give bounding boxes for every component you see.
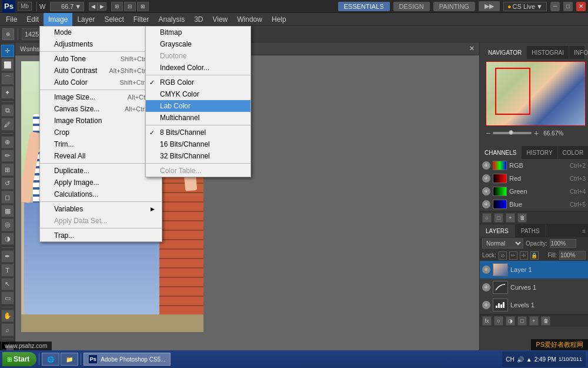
menu-image[interactable]: Image	[44, 13, 72, 26]
navigator-tab[interactable]: NAVIGATOR	[483, 46, 527, 59]
menu-calculations-item[interactable]: Calculations...	[40, 188, 162, 200]
lock-transparency-icon[interactable]: ⊘	[499, 251, 507, 260]
window-maximize-btn[interactable]: □	[563, 2, 573, 11]
lock-position-icon[interactable]: ✛	[520, 251, 528, 260]
menu-window[interactable]: Window	[232, 13, 267, 26]
clone-stamp-tool[interactable]: ⊞	[1, 163, 14, 175]
dodge-tool[interactable]: ◑	[1, 233, 14, 245]
paths-tab[interactable]: PATHS	[515, 224, 546, 237]
nav-icon-1[interactable]: ⊞	[111, 2, 123, 11]
start-button[interactable]: ⊞ Start	[2, 352, 36, 366]
healing-brush-tool[interactable]: ⊕	[1, 136, 14, 148]
menu-variables-item[interactable]: Variables ▶	[40, 203, 162, 215]
menu-help[interactable]: Help	[267, 13, 291, 26]
layers-panel-menu[interactable]: ≡	[582, 228, 586, 234]
menu-applyimage-item[interactable]: Apply Image...	[40, 177, 162, 188]
fill-input[interactable]	[559, 251, 586, 260]
move-tool[interactable]: ✛	[1, 45, 14, 57]
menu-file[interactable]: File	[1, 13, 22, 26]
channel-eye-green[interactable]: 👁	[482, 187, 490, 195]
cs-live-btn[interactable]: ● CS Live ▼	[503, 2, 547, 11]
window-minimize-btn[interactable]: ─	[550, 2, 560, 11]
path-select-tool[interactable]: ↖	[1, 278, 14, 290]
opacity-input[interactable]	[550, 239, 576, 248]
zoom-in-icon[interactable]: +	[534, 128, 539, 138]
mode-grayscale-item[interactable]: Grayscale	[146, 38, 250, 50]
menu-trap-item[interactable]: Trap...	[40, 230, 162, 241]
mode-8bit-item[interactable]: ✓ 8 Bits/Channel	[146, 127, 250, 138]
more-tab[interactable]: ▶▶	[479, 1, 500, 11]
channel-row-rgb[interactable]: 👁 RGB Ctrl+2	[480, 159, 588, 172]
channels-load-btn[interactable]: ○	[482, 213, 492, 223]
layer-eye-1[interactable]: 👁	[482, 266, 490, 274]
nav-icon-3[interactable]: ⊠	[137, 2, 149, 11]
menu-crop-item[interactable]: Crop	[40, 127, 162, 138]
layer-fx-btn[interactable]: fx	[482, 316, 492, 326]
canvas-close-btn[interactable]: ✕	[469, 45, 475, 52]
channel-eye-blue[interactable]: 👁	[482, 200, 490, 208]
nav-icon-2[interactable]: ⊟	[124, 2, 136, 11]
menu-autocolor-item[interactable]: Auto Color Shift+Ctrl+B	[40, 77, 162, 88]
eraser-tool[interactable]: ◻	[1, 191, 14, 203]
layers-tab[interactable]: LAYERS	[480, 224, 515, 237]
text-tool[interactable]: T	[1, 264, 14, 276]
menu-canvassize-item[interactable]: Canvas Size... Alt+Ctrl+C	[40, 103, 162, 115]
mode-cmyk-item[interactable]: CMYK Color	[146, 88, 250, 100]
pen-tool[interactable]: ✒	[1, 250, 14, 263]
essentials-tab[interactable]: ESSENTIALS	[338, 2, 390, 11]
menu-duplicate-item[interactable]: Duplicate...	[40, 165, 162, 177]
menu-filter[interactable]: Filter	[129, 13, 154, 26]
taskbar-ie-btn[interactable]: 🌐	[42, 353, 59, 366]
layer-group-btn[interactable]: □	[517, 316, 527, 326]
menu-mode-item[interactable]: Mode ▶	[40, 26, 162, 38]
next-arrow-btn[interactable]: ▶	[98, 2, 106, 11]
mode-lab-item[interactable]: Lab Color	[146, 100, 250, 112]
menu-autocontrast-item[interactable]: Auto Contrast Alt+Shift+Ctrl+L	[40, 65, 162, 77]
magic-wand-tool[interactable]: ✦	[1, 86, 14, 98]
color-tab[interactable]: COLOR	[558, 146, 588, 159]
zoom-value[interactable]: 66.7	[53, 3, 74, 10]
menu-imagesize-item[interactable]: Image Size... Alt+Ctrl+I	[40, 91, 162, 103]
channel-eye-rgb[interactable]: 👁	[482, 161, 490, 170]
design-tab[interactable]: DESIGN	[393, 2, 430, 11]
channels-save-btn[interactable]: □	[494, 213, 503, 223]
brush-tool[interactable]: ✏	[1, 150, 14, 162]
lock-all-icon[interactable]: 🔒	[530, 251, 539, 260]
history-tab[interactable]: HISTORY	[522, 146, 557, 159]
menu-select[interactable]: Select	[99, 13, 128, 26]
menu-adjustments-item[interactable]: Adjustments ▶	[40, 38, 162, 50]
gradient-tool[interactable]: ▦	[1, 205, 14, 217]
taskbar-folder-btn[interactable]: 📁	[61, 353, 78, 366]
prev-arrow-btn[interactable]: ◀	[89, 2, 98, 11]
zoom-out-icon[interactable]: −	[486, 128, 490, 138]
channel-row-red[interactable]: 👁 Red Ctrl+3	[480, 172, 588, 185]
crop-tool[interactable]: ⧉	[1, 104, 14, 117]
zoom-slider[interactable]	[493, 132, 532, 134]
layer-mask-btn[interactable]: ○	[494, 316, 503, 326]
menu-3d[interactable]: 3D	[189, 13, 208, 26]
mode-rgb-item[interactable]: ✓ RGB Color	[146, 77, 250, 88]
zoom-dropdown-icon[interactable]: ▼	[75, 3, 81, 10]
history-brush-tool[interactable]: ↺	[1, 177, 14, 190]
painting-tab[interactable]: PAINTING	[433, 2, 475, 11]
eyedropper-tool[interactable]: 🖉	[1, 118, 14, 130]
lock-pixels-icon[interactable]: ✏	[509, 251, 517, 260]
mode-multichannel-item[interactable]: Multichannel	[146, 112, 250, 124]
hand-tool[interactable]: ✋	[1, 310, 14, 322]
blend-mode-select[interactable]: Normal	[482, 238, 523, 248]
mode-indexed-item[interactable]: Indexed Color...	[146, 62, 250, 74]
menu-imagerotation-item[interactable]: Image Rotation ▶	[40, 115, 162, 127]
mode-bitmap-item[interactable]: Bitmap	[146, 26, 250, 38]
layer-row-levels[interactable]: 👁 Levels 1	[480, 296, 588, 314]
zoom-tool[interactable]: ⌕	[1, 323, 14, 336]
mode-16bit-item[interactable]: 16 Bits/Channel	[146, 138, 250, 150]
lasso-tool[interactable]: ⌒	[1, 72, 14, 85]
info-tab[interactable]: INFO	[569, 46, 588, 59]
menu-view[interactable]: View	[208, 13, 232, 26]
channel-row-blue[interactable]: 👁 Blue Ctrl+5	[480, 198, 588, 211]
layer-row-1[interactable]: 👁 Layer 1	[480, 261, 588, 279]
layer-eye-curves[interactable]: 👁	[482, 283, 490, 291]
channels-new-btn[interactable]: +	[506, 213, 515, 223]
layer-delete-btn[interactable]: 🗑	[541, 316, 550, 326]
layer-row-curves[interactable]: 👁 Curves 1	[480, 279, 588, 296]
